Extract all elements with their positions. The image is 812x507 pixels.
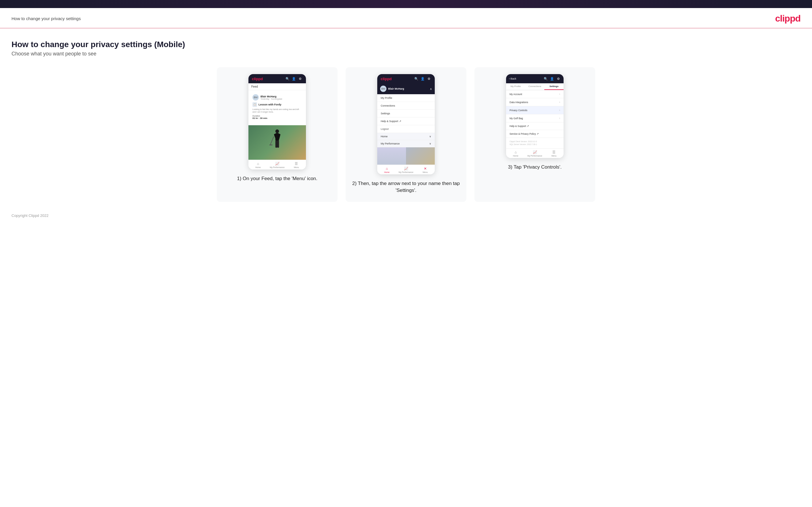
phone-bottom-nav-3: ⌂ Home 📈 My Performance ☰ Menu xyxy=(506,148,564,158)
post-user: BM Blair McHarg Yesterday · Sunningdale xyxy=(252,94,302,101)
close-icon: ✕ xyxy=(424,167,427,171)
performance-icon-3: 📈 xyxy=(533,150,537,154)
user-icon: 👤 xyxy=(292,76,296,81)
nav-menu-1: ☰ Menu xyxy=(287,162,306,168)
post-user-info: Blair McHarg Yesterday · Sunningdale xyxy=(260,95,283,100)
chevron-right-icon-3: › xyxy=(559,109,560,112)
settings-icon-3: ⚙ xyxy=(556,76,561,81)
step-1-description: 1) On your Feed, tap the 'Menu' icon. xyxy=(237,175,317,182)
setting-service-privacy[interactable]: Service & Privacy Policy ↗ xyxy=(506,130,564,138)
home-label-3: Home xyxy=(513,155,518,157)
nav-home-2: ⌂ Home xyxy=(377,167,397,173)
steps-row: clippd 🔍 👤 ⚙ Feed BM Blair McHarg xyxy=(11,67,801,202)
version-client: Clippd Client Version: 2022.8.3-3 xyxy=(509,140,560,143)
post-user-sub: Yesterday · Sunningdale xyxy=(260,98,283,100)
version-info: Clippd Client Version: 2022.8.3-3 SQL Se… xyxy=(506,138,564,148)
menu-close-label: Menu xyxy=(423,171,428,173)
section-home: Home ∨ xyxy=(377,133,435,140)
nav-performance-2: 📈 My Performance xyxy=(397,167,416,173)
tab-my-profile[interactable]: My Profile xyxy=(506,83,525,90)
menu-connections[interactable]: Connections xyxy=(377,102,435,110)
back-button[interactable]: ‹ Back xyxy=(509,77,516,80)
setting-my-golf-bag[interactable]: My Golf Bag › xyxy=(506,114,564,122)
phone-post: BM Blair McHarg Yesterday · Sunningdale … xyxy=(250,92,304,123)
version-sql: SQL Server Version: 2022.7.30-1 xyxy=(509,143,560,146)
performance-label: My Performance xyxy=(270,166,285,168)
dropdown-avatar: BM xyxy=(380,86,387,92)
svg-rect-7 xyxy=(269,145,272,145)
phone-nav-1: clippd 🔍 👤 ⚙ xyxy=(248,74,306,83)
setting-data-integrations[interactable]: Data Integrations › xyxy=(506,98,564,106)
avatar: BM xyxy=(252,94,259,101)
phone-icons-1: 🔍 👤 ⚙ xyxy=(285,76,303,81)
copyright: Copyright Clippd 2022 xyxy=(11,213,49,218)
step-1-card: clippd 🔍 👤 ⚙ Feed BM Blair McHarg xyxy=(217,67,338,202)
home-icon-2: ⌂ xyxy=(386,167,388,171)
feed-label: Feed xyxy=(248,83,306,90)
settings-icon: ⚙ xyxy=(298,76,303,81)
golf-image xyxy=(248,125,306,160)
menu-label-3: Menu xyxy=(552,155,557,157)
menu-my-profile[interactable]: My Profile xyxy=(377,94,435,102)
post-title: Lesson with Fordy xyxy=(258,103,282,106)
post-title-row: 📋 Lesson with Fordy xyxy=(252,102,302,107)
phone-nav-2: clippd 🔍 👤 ⚙ xyxy=(377,74,435,83)
menu-icon-3: ☰ xyxy=(552,150,556,154)
menu-label: Menu xyxy=(294,166,299,168)
chevron-right-icon-4: › xyxy=(559,117,560,120)
nav-performance-3: 📈 My Performance xyxy=(525,150,545,157)
chevron-right-icon-2: › xyxy=(559,101,560,104)
settings-icon-2: ⚙ xyxy=(427,76,431,81)
performance-icon-2: 📈 xyxy=(404,167,408,171)
home-icon: ⌂ xyxy=(257,162,259,166)
settings-tabs: My Profile Connections Settings xyxy=(506,83,564,90)
post-duration: Duration01 hr : 30 min xyxy=(252,115,302,119)
search-icon-3: 🔍 xyxy=(544,76,548,81)
user-icon-3: 👤 xyxy=(550,76,554,81)
setting-help-support[interactable]: Help & Support ↗ xyxy=(506,122,564,130)
setting-privacy-controls[interactable]: Privacy Controls › xyxy=(506,106,564,114)
dropdown-user-name: Blair McHarg xyxy=(388,87,404,90)
main-content: How to change your privacy settings (Mob… xyxy=(0,29,812,208)
menu-settings[interactable]: Settings xyxy=(377,110,435,117)
step-1-phone: clippd 🔍 👤 ⚙ Feed BM Blair McHarg xyxy=(248,74,306,169)
footer: Copyright Clippd 2022 xyxy=(0,208,812,223)
step-3-card: ‹ Back 🔍 👤 ⚙ My Profile Connections Sett… xyxy=(474,67,595,202)
chevron-right-icon: › xyxy=(559,93,560,96)
search-icon-2: 🔍 xyxy=(414,76,419,81)
step-2-description: 2) Then, tap the arrow next to your name… xyxy=(351,180,461,194)
golfer-figure xyxy=(267,128,287,157)
menu-help-support[interactable]: Help & Support ↗ xyxy=(377,117,435,125)
phone-logo-1: clippd xyxy=(252,77,263,81)
nav-home-1: ⌂ Home xyxy=(248,162,268,168)
post-user-name: Blair McHarg xyxy=(260,95,283,98)
header-title: How to change your privacy settings xyxy=(11,16,81,21)
step-3-description: 3) Tap 'Privacy Controls'. xyxy=(508,164,562,171)
nav-home-3: ⌂ Home xyxy=(506,150,525,157)
menu-icon: ☰ xyxy=(295,162,298,166)
dropdown-chevron-up: ∧ xyxy=(430,87,432,91)
tab-settings[interactable]: Settings xyxy=(544,83,564,90)
home-label-2: Home xyxy=(384,171,390,173)
menu-logout[interactable]: Logout xyxy=(377,125,435,133)
svg-point-0 xyxy=(275,129,279,133)
svg-rect-5 xyxy=(277,140,279,148)
nav-menu-3: ☰ Menu xyxy=(544,150,564,157)
dropdown-user-row: BM Blair McHarg ∧ xyxy=(377,83,435,94)
tab-connections[interactable]: Connections xyxy=(525,83,545,90)
step-2-card: clippd 🔍 👤 ⚙ BM Blair McHarg xyxy=(346,67,466,202)
search-icon: 🔍 xyxy=(285,76,290,81)
performance-label-2: My Performance xyxy=(399,171,413,173)
section-my-performance: My Performance ∨ xyxy=(377,140,435,147)
user-icon-2: 👤 xyxy=(420,76,425,81)
logo: clippd xyxy=(775,13,801,24)
step-3-phone: ‹ Back 🔍 👤 ⚙ My Profile Connections Sett… xyxy=(506,74,564,158)
home-icon-3: ⌂ xyxy=(515,150,517,154)
phone-bottom-nav-1: ⌂ Home 📈 My Performance ☰ Menu xyxy=(248,160,306,169)
header: How to change your privacy settings clip… xyxy=(0,8,812,29)
setting-my-account[interactable]: My Account › xyxy=(506,90,564,98)
dropdown-overlay: BM Blair McHarg ∧ My Profile Connections… xyxy=(377,83,435,165)
home-label: Home xyxy=(255,166,261,168)
phone-icons-3: 🔍 👤 ⚙ xyxy=(544,76,561,81)
performance-icon: 📈 xyxy=(275,162,280,166)
